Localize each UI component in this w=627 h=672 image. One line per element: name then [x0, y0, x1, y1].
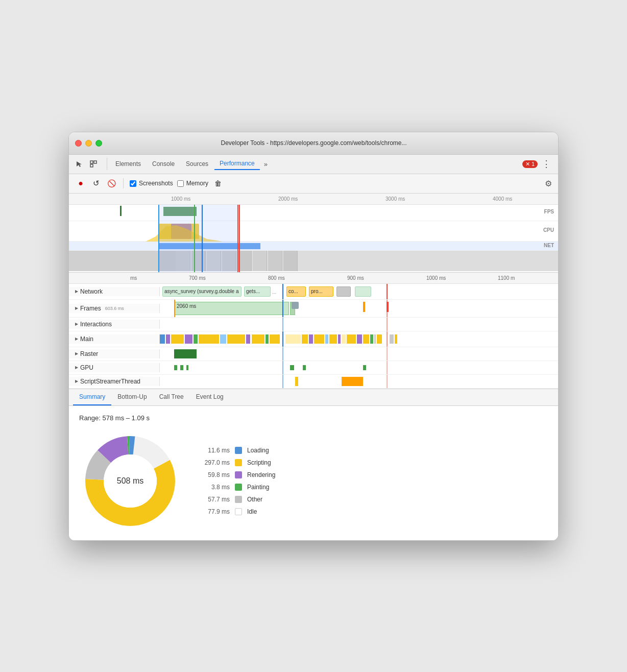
fps-label: FPS	[544, 209, 554, 214]
network-bar-gets: gets...	[244, 286, 271, 297]
settings-icon[interactable]: ⚙	[545, 179, 552, 188]
frames-track-row: ▶ Frames 603.6 ms 2060 ms	[69, 300, 558, 318]
raster-track-content	[160, 347, 558, 361]
frames-orange-bar	[363, 302, 365, 312]
raster-bar	[174, 349, 197, 358]
tab-call-tree[interactable]: Call Tree	[153, 389, 190, 405]
interactions-vline-red	[387, 318, 388, 331]
overview-ruler: 1000 ms 2000 ms 3000 ms 4000 ms	[69, 194, 558, 205]
tab-divider-1	[107, 158, 107, 170]
tick-700: 700 ms	[189, 275, 206, 281]
tab-elements[interactable]: Elements	[110, 158, 146, 170]
frames-label-text: Frames	[80, 305, 101, 312]
screenshot-thumb-1	[69, 251, 158, 271]
screenshot-track	[69, 251, 558, 271]
svg-rect-0	[90, 161, 93, 163]
network-track-row: ▶ Network async_survey (survey.g.double …	[69, 284, 558, 300]
tab-performance[interactable]: Performance	[214, 158, 260, 170]
legend-scripting-color	[235, 459, 242, 466]
memory-toggle[interactable]: Memory	[177, 180, 208, 187]
gpu-bar-3	[186, 365, 188, 370]
perf-toolbar: ● ↺ 🚫 Screenshots Memory 🗑 ⚙	[69, 174, 558, 194]
interactions-track-content	[160, 318, 558, 331]
network-vline-blue	[282, 284, 283, 299]
ruler-1000: 1000 ms	[171, 196, 190, 202]
script-bar-orange	[342, 377, 363, 386]
network-track-label[interactable]: ▶ Network	[69, 287, 160, 296]
tab-summary[interactable]: Summary	[73, 389, 111, 405]
script-track-label[interactable]: ▶ ScriptStreamerThread	[69, 377, 160, 386]
record-button[interactable]: ●	[75, 178, 86, 189]
frames-expand-icon: ▶	[75, 306, 78, 310]
network-track-content: async_survey (survey.g.double a gets... …	[160, 284, 558, 299]
interactions-vline-blue	[282, 318, 283, 331]
clear-button[interactable]: 🚫	[106, 178, 117, 189]
legend-other-color	[235, 496, 242, 503]
legend-painting: 3.8 ms Painting	[202, 484, 275, 491]
main-track-label[interactable]: ▶ Main	[69, 334, 160, 344]
red-vline	[237, 205, 238, 273]
interactions-track-label[interactable]: ▶ Interactions	[69, 320, 160, 329]
gpu-bar-4	[290, 365, 294, 370]
tick-ms: ms	[130, 275, 137, 281]
tab-console[interactable]: Console	[147, 158, 180, 170]
frames-vline-red	[387, 300, 388, 317]
tab-sources[interactable]: Sources	[181, 158, 213, 170]
main-track-content	[160, 331, 558, 347]
title-bar: Developer Tools - https://developers.goo…	[69, 132, 558, 155]
raster-track-row: ▶ Raster	[69, 347, 558, 361]
gpu-track-label[interactable]: ▶ GPU	[69, 363, 160, 372]
tab-event-log[interactable]: Event Log	[190, 389, 230, 405]
legend-other: 57.7 ms Other	[202, 496, 275, 503]
main-track-row: ▶ Main	[69, 331, 558, 347]
screenshots-checkbox[interactable]	[130, 180, 136, 187]
network-dots: ···	[272, 291, 276, 296]
legend: 11.6 ms Loading 297.0 ms Scripting 59.8 …	[202, 447, 275, 515]
cpu-track: CPU	[69, 221, 558, 242]
main-label-text: Main	[80, 335, 93, 343]
svg-rect-2	[90, 164, 93, 167]
devtools-icon-group	[73, 158, 100, 170]
network-bar-gray	[336, 286, 351, 297]
inspect-icon[interactable]	[87, 158, 100, 170]
script-vline-red	[387, 375, 388, 388]
tick-900: 900 ms	[347, 275, 364, 281]
bottom-panel: Summary Bottom-Up Call Tree Event Log Ra…	[69, 389, 558, 540]
tab-bottom-up[interactable]: Bottom-Up	[111, 389, 153, 405]
screenshots-label: Screenshots	[139, 180, 173, 187]
ruler-3000: 3000 ms	[385, 196, 405, 202]
summary-panel: Range: 578 ms – 1.09 s	[69, 406, 558, 540]
legend-loading-color	[235, 447, 242, 454]
raster-track-label[interactable]: ▶ Raster	[69, 349, 160, 358]
reload-record-button[interactable]: ↺	[90, 178, 102, 189]
interactions-expand-icon: ▶	[75, 322, 78, 326]
more-options-icon[interactable]: ⋮	[539, 158, 554, 170]
raster-label-text: Raster	[80, 350, 98, 357]
selection-overlay[interactable]	[158, 205, 240, 273]
cursor-icon[interactable]	[73, 158, 85, 170]
frames-track-label[interactable]: ▶ Frames 603.6 ms	[69, 304, 160, 313]
toolbar-divider-1	[123, 178, 124, 188]
memory-checkbox[interactable]	[177, 180, 184, 187]
devtools-tab-bar: Elements Console Sources Performance » ✕…	[69, 155, 558, 174]
gpu-track-row: ▶ GPU	[69, 361, 558, 375]
error-count: 1	[532, 161, 535, 167]
frames-note: 603.6 ms	[105, 306, 124, 311]
bottom-tabs: Summary Bottom-Up Call Tree Event Log	[69, 389, 558, 406]
raster-vline-red	[387, 347, 388, 361]
legend-idle-ms: 77.9 ms	[202, 508, 230, 515]
legend-painting-color	[235, 484, 242, 491]
legend-rendering-color	[235, 471, 242, 478]
timeline-overview[interactable]: 1000 ms 2000 ms 3000 ms 4000 ms FPS CPU	[69, 194, 558, 273]
tab-more[interactable]: »	[261, 160, 271, 168]
raster-vline-blue	[282, 347, 283, 361]
legend-rendering-ms: 59.8 ms	[202, 471, 230, 478]
trash-button[interactable]: 🗑	[212, 178, 224, 189]
legend-rendering-label: Rendering	[247, 471, 275, 478]
script-track-content	[160, 375, 558, 388]
screenshots-toggle[interactable]: Screenshots	[130, 180, 173, 187]
main-expand-icon: ▶	[75, 337, 78, 341]
legend-loading: 11.6 ms Loading	[202, 447, 275, 454]
legend-scripting-label: Scripting	[247, 459, 271, 466]
legend-other-label: Other	[247, 496, 262, 503]
